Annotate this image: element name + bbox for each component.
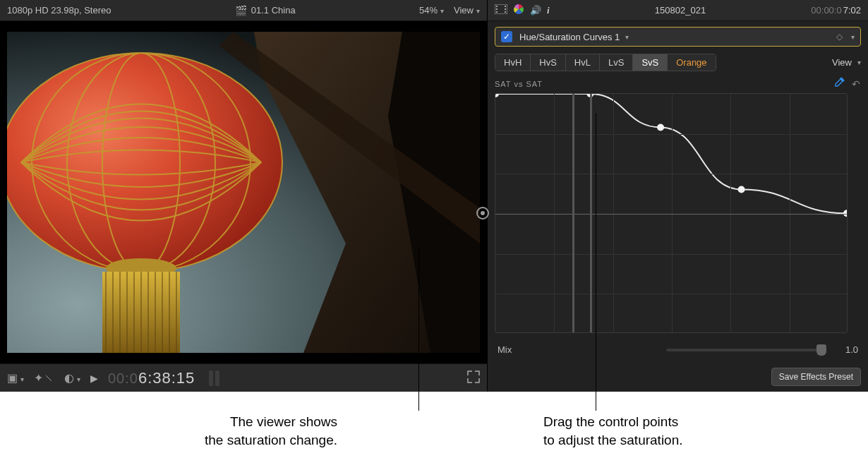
- chevron-down-icon[interactable]: ▾: [851, 33, 855, 41]
- tab-hvl[interactable]: HvL: [566, 54, 600, 71]
- viewer-transport: ▣▾ ✦⟍ ◐▾ ▶ 00:0 6:38:15: [0, 363, 487, 392]
- mix-value: 1.0: [830, 344, 858, 355]
- play-button[interactable]: ▶: [90, 373, 98, 384]
- curve-control-point[interactable]: [657, 123, 664, 131]
- format-info: 1080p HD 23.98p, Stereo: [7, 5, 111, 16]
- clapperboard-icon: 🎬: [235, 5, 247, 16]
- crop-tool-icon[interactable]: ▣▾: [7, 371, 24, 385]
- inspector-view-dropdown[interactable]: View ▾: [832, 57, 861, 68]
- effect-name-dropdown[interactable]: Hue/Saturation Curves 1 ▾: [519, 32, 629, 42]
- color-inspector-icon[interactable]: [513, 4, 524, 17]
- viewer-toolbar: 1080p HD 23.98p, Stereo 🎬 01.1 China 54%…: [0, 0, 487, 21]
- inspector-timecode: 00:00:07:02: [811, 5, 861, 16]
- curve-tabs: HvHHvSHvLLvSSvSOrange View ▾: [488, 47, 868, 77]
- svg-rect-28: [505, 11, 506, 13]
- graph-label: SAT vs SAT: [495, 80, 543, 88]
- zoom-dropdown[interactable]: 54%▾: [419, 5, 444, 16]
- tab-svs[interactable]: SvS: [633, 54, 668, 71]
- save-effects-preset-button[interactable]: Save Effects Preset: [771, 368, 861, 386]
- viewer-pane: 1080p HD 23.98p, Stereo 🎬 01.1 China 54%…: [0, 0, 487, 392]
- callout-line: [418, 247, 419, 411]
- chevron-down-icon: ▾: [625, 33, 629, 41]
- inspector-toolbar: 🔊 i 150802_021 00:00:07:02: [488, 0, 868, 21]
- midline-target-icon[interactable]: [476, 207, 489, 219]
- svg-rect-23: [496, 6, 498, 7]
- slider-knob[interactable]: [816, 344, 826, 356]
- reset-icon[interactable]: ↶: [852, 78, 861, 90]
- viewer-image: [7, 32, 480, 353]
- curve-graph[interactable]: [495, 93, 848, 333]
- curve-control-point[interactable]: [738, 186, 745, 193]
- callout-left: The viewer shows the saturation change.: [154, 413, 337, 449]
- viewer-canvas[interactable]: [0, 21, 487, 363]
- viewer-view-dropdown[interactable]: View▾: [454, 5, 480, 16]
- keyframe-nav-icon[interactable]: ◇: [836, 32, 843, 42]
- effect-row[interactable]: ✓ Hue/Saturation Curves 1 ▾ ◇ ▾: [495, 27, 861, 47]
- svg-rect-26: [505, 6, 506, 7]
- mix-row: Mix 1.0: [488, 333, 868, 355]
- chevron-down-icon: ▾: [440, 7, 444, 15]
- retime-tool-icon[interactable]: ◐▾: [64, 371, 80, 385]
- chevron-down-icon: ▾: [476, 7, 480, 15]
- mix-label: Mix: [498, 344, 512, 355]
- svg-rect-27: [505, 8, 506, 10]
- effect-enabled-checkbox[interactable]: ✓: [501, 31, 512, 42]
- audio-meter: [209, 370, 219, 386]
- callout-right: Drag the control points to adjust the sa…: [543, 413, 755, 449]
- tab-lvs[interactable]: LvS: [600, 54, 633, 71]
- chevron-down-icon: ▾: [857, 59, 861, 66]
- audio-inspector-icon[interactable]: 🔊: [530, 5, 541, 16]
- mix-slider[interactable]: [666, 349, 821, 351]
- curve-control-point[interactable]: [495, 94, 499, 97]
- tab-hvh[interactable]: HvH: [495, 54, 531, 71]
- callout-line: [596, 113, 596, 411]
- svg-rect-25: [496, 11, 498, 13]
- viewer-clip-label: 01.1 China: [251, 5, 296, 16]
- svg-rect-24: [496, 8, 498, 10]
- transform-tool-icon[interactable]: ✦⟍: [34, 371, 54, 385]
- inspector-pane: 🔊 i 150802_021 00:00:07:02 ✓ Hue/Saturat…: [487, 0, 868, 392]
- tab-orange[interactable]: Orange: [668, 54, 715, 71]
- video-inspector-icon[interactable]: [495, 4, 507, 16]
- viewer-timecode[interactable]: 00:0 6:38:15: [108, 369, 195, 387]
- tab-hvs[interactable]: HvS: [531, 54, 566, 71]
- eyedropper-icon[interactable]: [833, 77, 845, 90]
- fullscreen-icon[interactable]: [467, 370, 480, 385]
- inspector-clip-name: 150802_021: [550, 5, 812, 16]
